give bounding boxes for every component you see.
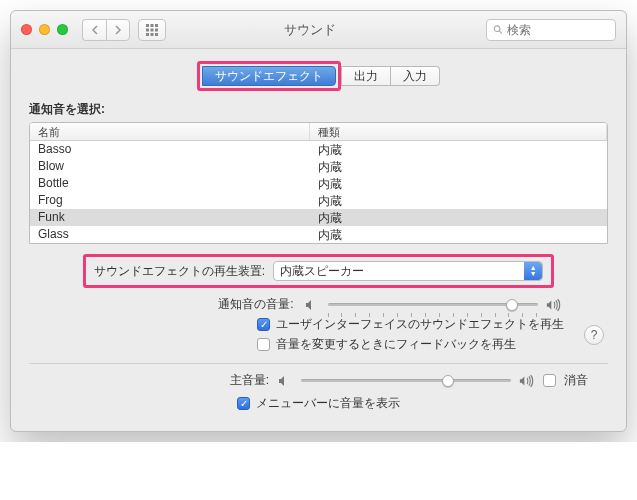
svg-rect-0 — [146, 24, 149, 27]
col-kind[interactable]: 種類 — [310, 123, 607, 140]
feedback-checkbox[interactable] — [257, 338, 270, 351]
forward-button[interactable] — [106, 19, 130, 41]
table-row[interactable]: Funk内蔵 — [30, 209, 607, 226]
svg-rect-7 — [151, 33, 154, 36]
col-name[interactable]: 名前 — [30, 123, 310, 140]
speaker-high-icon — [546, 298, 562, 312]
svg-rect-4 — [151, 28, 154, 31]
ui-sfx-label: ユーザインターフェイスのサウンドエフェクトを再生 — [276, 316, 564, 333]
alert-sound-label: 通知音を選択: — [29, 101, 608, 118]
table-row[interactable]: Frog内蔵 — [30, 192, 607, 209]
cell-kind: 内蔵 — [310, 141, 607, 158]
back-button[interactable] — [82, 19, 106, 41]
table-row[interactable]: Glass内蔵 — [30, 226, 607, 243]
annotation-highlight: サウンドエフェクトの再生装置: 内蔵スピーカー ▲▼ — [83, 254, 554, 288]
main-volume-slider[interactable] — [301, 373, 511, 389]
speaker-high-icon — [519, 374, 535, 388]
ui-sfx-checkbox[interactable] — [257, 318, 270, 331]
help-button[interactable]: ? — [584, 325, 604, 345]
tab-input[interactable]: 入力 — [391, 66, 440, 86]
search-field[interactable] — [486, 19, 616, 41]
feedback-label: 音量を変更するときにフィードバックを再生 — [276, 336, 516, 353]
svg-rect-6 — [146, 33, 149, 36]
search-input[interactable] — [507, 23, 609, 37]
cell-name: Glass — [30, 226, 310, 243]
main-volume-label: 主音量: — [49, 372, 269, 389]
cell-name: Bottle — [30, 175, 310, 192]
nav-buttons — [82, 19, 130, 41]
device-label: サウンドエフェクトの再生装置: — [94, 263, 265, 280]
alert-volume-row: 通知音の音量: — [29, 296, 608, 313]
device-row-wrap: サウンドエフェクトの再生装置: 内蔵スピーカー ▲▼ — [83, 254, 554, 288]
main-volume-row: 主音量: 消音 — [29, 372, 608, 389]
table-header: 名前 種類 — [30, 123, 607, 141]
window-controls — [21, 24, 68, 35]
divider — [29, 363, 608, 364]
menubar-checkbox[interactable] — [237, 397, 250, 410]
annotation-highlight: サウンドエフェクト — [197, 61, 341, 91]
close-icon[interactable] — [21, 24, 32, 35]
svg-line-10 — [499, 31, 501, 33]
device-row: サウンドエフェクトの再生装置: 内蔵スピーカー ▲▼ — [94, 261, 543, 281]
table-row[interactable]: Blow内蔵 — [30, 158, 607, 175]
cell-kind: 内蔵 — [310, 175, 607, 192]
svg-rect-1 — [151, 24, 154, 27]
minimize-icon[interactable] — [39, 24, 50, 35]
tab-output[interactable]: 出力 — [341, 66, 391, 86]
checks-area: ユーザインターフェイスのサウンドエフェクトを再生 音量を変更するときにフィードバ… — [29, 316, 608, 353]
titlebar: サウンド — [11, 11, 626, 49]
alert-volume-slider[interactable] — [328, 297, 538, 313]
cell-name: Basso — [30, 141, 310, 158]
cell-kind: 内蔵 — [310, 226, 607, 243]
cell-name: Frog — [30, 192, 310, 209]
window-title: サウンド — [158, 21, 462, 39]
feedback-checkbox-row: 音量を変更するときにフィードバックを再生 — [257, 336, 608, 353]
svg-point-9 — [494, 26, 500, 32]
select-arrows-icon: ▲▼ — [524, 262, 542, 280]
ui-sfx-checkbox-row: ユーザインターフェイスのサウンドエフェクトを再生 — [257, 316, 608, 333]
alert-volume-label: 通知音の音量: — [76, 296, 296, 313]
cell-kind: 内蔵 — [310, 209, 607, 226]
sound-preference-window: サウンド サウンドエフェクト 出力 入力 通知音を選択: 名前 種類 Basso… — [10, 10, 627, 432]
cell-kind: 内蔵 — [310, 192, 607, 209]
mute-label: 消音 — [564, 372, 588, 389]
table-body: Basso内蔵Blow内蔵Bottle内蔵Frog内蔵Funk内蔵Glass内蔵 — [30, 141, 607, 243]
speaker-low-icon — [277, 374, 293, 388]
cell-kind: 内蔵 — [310, 158, 607, 175]
mute-checkbox[interactable] — [543, 374, 556, 387]
svg-rect-3 — [146, 28, 149, 31]
menubar-checkbox-row: メニューバーに音量を表示 — [29, 395, 608, 412]
tabs-row: サウンドエフェクト 出力 入力 — [29, 61, 608, 91]
cell-name: Funk — [30, 209, 310, 226]
device-select[interactable]: 内蔵スピーカー ▲▼ — [273, 261, 543, 281]
zoom-icon[interactable] — [57, 24, 68, 35]
cell-name: Blow — [30, 158, 310, 175]
alert-sound-table: 名前 種類 Basso内蔵Blow内蔵Bottle内蔵Frog内蔵Funk内蔵G… — [29, 122, 608, 244]
device-value: 内蔵スピーカー — [280, 263, 364, 280]
table-row[interactable]: Basso内蔵 — [30, 141, 607, 158]
content: サウンドエフェクト 出力 入力 通知音を選択: 名前 種類 Basso内蔵Blo… — [11, 49, 626, 431]
tab-sound-effects[interactable]: サウンドエフェクト — [202, 66, 336, 86]
table-row[interactable]: Bottle内蔵 — [30, 175, 607, 192]
menubar-label: メニューバーに音量を表示 — [256, 395, 400, 412]
speaker-low-icon — [304, 298, 320, 312]
